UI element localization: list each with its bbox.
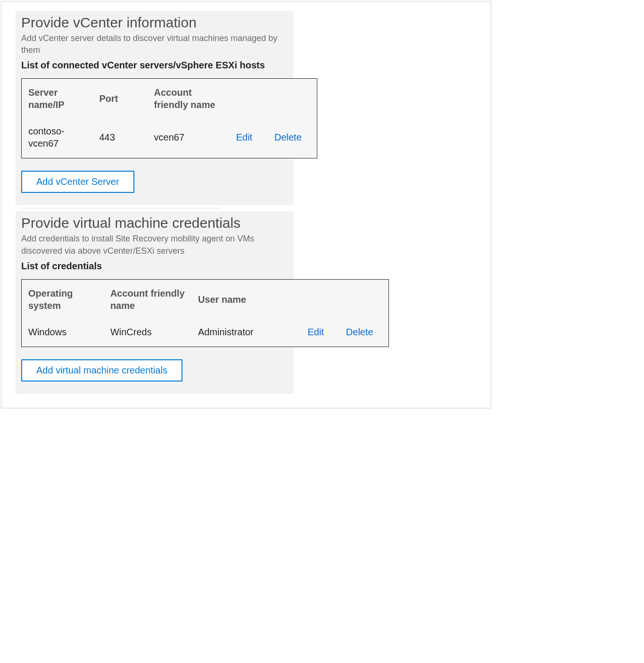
vcenter-delete-link[interactable]: Delete <box>274 132 302 142</box>
credentials-delete-link[interactable]: Delete <box>346 327 373 337</box>
credentials-table-wrap: Operating system Account friendly name U… <box>21 279 294 347</box>
credentials-list-label: List of credentials <box>16 259 294 276</box>
add-vcenter-button[interactable]: Add vCenter Server <box>21 171 134 193</box>
credentials-row-account: WinCreds <box>104 319 191 347</box>
credentials-col-delete <box>339 279 389 319</box>
credentials-section: Provide virtual machine credentials Add … <box>16 211 294 393</box>
vcenter-row-port: 443 <box>92 118 147 158</box>
credentials-description: Add credentials to install Site Recovery… <box>16 231 294 258</box>
vcenter-col-edit <box>230 79 268 119</box>
vcenter-section: Provide vCenter information Add vCenter … <box>16 11 294 205</box>
credentials-table: Operating system Account friendly name U… <box>21 279 389 347</box>
add-credentials-button[interactable]: Add virtual machine credentials <box>21 359 182 381</box>
vcenter-row: contoso-vcen67 443 vcen67 Edit Delete <box>22 118 317 158</box>
vcenter-edit-link[interactable]: Edit <box>236 132 252 142</box>
credentials-row-username: Administrator <box>191 319 301 347</box>
credentials-header-row: Operating system Account friendly name U… <box>22 279 389 319</box>
credentials-col-username: User name <box>191 279 301 319</box>
vcenter-header-row: Server name/IP Port Account friendly nam… <box>22 79 317 119</box>
vcenter-col-account: Account friendly name <box>148 79 230 119</box>
credentials-row: Windows WinCreds Administrator Edit Dele… <box>22 319 389 347</box>
credentials-col-account: Account friendly name <box>104 279 191 319</box>
vcenter-title: Provide vCenter information <box>16 11 294 31</box>
vcenter-list-label: List of connected vCenter servers/vSpher… <box>16 58 294 75</box>
credentials-row-os: Windows <box>22 319 104 347</box>
vcenter-col-server: Server name/IP <box>22 79 93 119</box>
vcenter-button-row: Add vCenter Server <box>16 158 294 205</box>
credentials-title: Provide virtual machine credentials <box>16 211 294 231</box>
credentials-button-row: Add virtual machine credentials <box>16 347 294 394</box>
vcenter-row-account: vcen67 <box>148 118 230 158</box>
configuration-panel: Provide vCenter information Add vCenter … <box>1 1 491 408</box>
credentials-edit-link[interactable]: Edit <box>307 327 323 337</box>
credentials-col-os: Operating system <box>22 279 104 319</box>
credentials-col-edit <box>301 279 339 319</box>
vcenter-col-port: Port <box>92 79 147 119</box>
vcenter-row-server: contoso-vcen67 <box>22 118 93 158</box>
vcenter-description: Add vCenter server details to discover v… <box>16 31 294 58</box>
vcenter-table: Server name/IP Port Account friendly nam… <box>21 78 317 158</box>
section-divider <box>21 208 219 208</box>
vcenter-col-delete <box>268 79 317 119</box>
vcenter-table-wrap: Server name/IP Port Account friendly nam… <box>21 78 294 158</box>
